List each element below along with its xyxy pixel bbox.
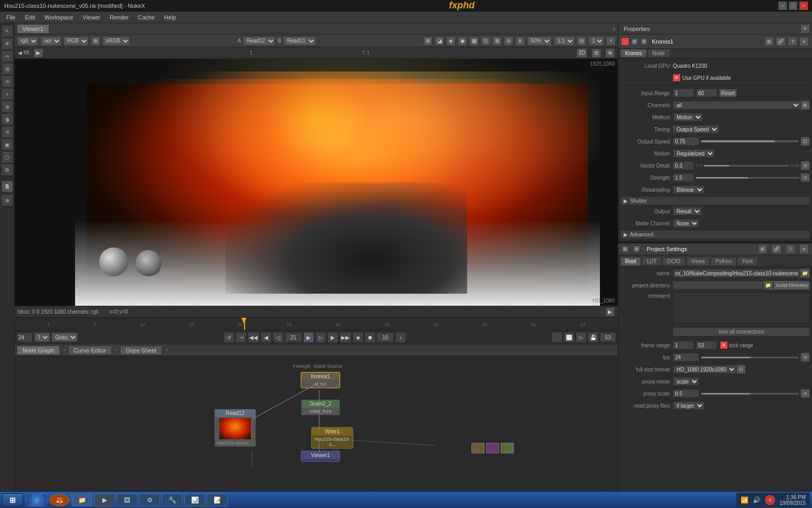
node-read12[interactable]: Read12 Hou215-class10-0... bbox=[214, 409, 256, 447]
vector-detail-input[interactable] bbox=[673, 161, 694, 170]
kronos-eye-btn[interactable]: ⊞ bbox=[631, 38, 638, 45]
output-select[interactable]: Result bbox=[673, 207, 702, 215]
tool-color[interactable]: ◑ bbox=[2, 113, 13, 125]
channel-select[interactable]: rgb bbox=[17, 36, 38, 46]
node-kronos1[interactable]: Kronos1 sl_N1 bbox=[301, 372, 340, 388]
tab-views[interactable]: Views bbox=[687, 257, 710, 266]
tl-step-back-btn[interactable]: ◀ bbox=[261, 332, 271, 343]
view-wipe-btn[interactable]: ▩ bbox=[469, 36, 479, 46]
kronos-close-btn[interactable]: × bbox=[799, 37, 809, 46]
full-size-format-select[interactable]: HD_1080 1920x1080 bbox=[673, 365, 736, 374]
fps-extra-btn[interactable]: ⊡ bbox=[800, 353, 810, 362]
tool-transform[interactable]: ⟲ bbox=[2, 76, 13, 87]
taskbar-ie[interactable]: e bbox=[26, 494, 47, 506]
tl-loop-btn[interactable]: ↺ bbox=[224, 332, 234, 343]
channels-extra-btn[interactable]: ⊞ bbox=[800, 100, 810, 110]
tool-view[interactable]: 👁 bbox=[2, 38, 13, 49]
input-b-select[interactable]: Read11 bbox=[283, 36, 316, 46]
project-name-input[interactable] bbox=[673, 269, 800, 277]
menu-workspace[interactable]: Workspace bbox=[40, 13, 78, 22]
kronos-help-btn[interactable]: ? bbox=[788, 37, 797, 46]
view-scope-btn[interactable]: ⊘ bbox=[504, 36, 513, 46]
menu-viewer[interactable]: Viewer bbox=[79, 13, 104, 22]
ps-help-btn[interactable]: ? bbox=[786, 244, 795, 254]
fps-value-input[interactable] bbox=[673, 353, 699, 361]
tl-audio-btn[interactable]: ♪ bbox=[395, 332, 406, 343]
matte-channel-select[interactable]: None bbox=[673, 219, 699, 227]
input-range-reset[interactable]: Reset bbox=[719, 89, 737, 97]
taskbar-app4[interactable]: 📊 bbox=[184, 494, 205, 506]
project-comment-textarea[interactable] bbox=[673, 292, 810, 324]
node-write1[interactable]: Write1 Hou215-class10-0... bbox=[311, 427, 353, 449]
use-gpu-checkbox[interactable]: ✕ bbox=[673, 74, 680, 81]
advanced-section-header[interactable]: ▶ Advanced bbox=[620, 231, 810, 239]
tool-merge[interactable]: ⊗ bbox=[2, 101, 13, 112]
read-proxy-select[interactable]: if larger bbox=[673, 401, 704, 410]
viewer-scroll-right[interactable]: ▶ bbox=[605, 307, 615, 317]
end-frame-display[interactable] bbox=[600, 333, 616, 342]
tool-misc[interactable]: ⚙ bbox=[2, 164, 13, 175]
tl-step-fwd-btn[interactable]: ▶ bbox=[328, 332, 338, 343]
view-extra-btn[interactable]: ⊕ bbox=[605, 48, 615, 58]
tf-select[interactable]: TF bbox=[34, 333, 50, 342]
view-gamma-btn[interactable]: ◉ bbox=[458, 36, 467, 46]
menu-edit[interactable]: Edit bbox=[21, 13, 39, 22]
view-mode-icon[interactable]: ⊞ bbox=[592, 48, 601, 58]
view-controls-icons[interactable]: ⊞ bbox=[423, 36, 433, 46]
current-frame-input[interactable] bbox=[285, 333, 302, 342]
proxy-scale-extra[interactable]: ⊡ bbox=[800, 389, 810, 398]
proxy-scale-input[interactable] bbox=[673, 389, 699, 398]
taskbar-app3[interactable]: 🔧 bbox=[162, 494, 183, 506]
frame-range-max[interactable] bbox=[696, 341, 717, 349]
minimize-button[interactable]: ─ bbox=[778, 2, 787, 10]
taskbar-media[interactable]: ▶ bbox=[94, 494, 115, 506]
format-extra-btn[interactable]: ⊡ bbox=[736, 365, 746, 374]
str-extra-btn[interactable]: ⊡ bbox=[800, 173, 810, 182]
view-pause-btn[interactable]: ⏸ bbox=[515, 36, 525, 46]
tl-play-btn[interactable]: ▶ bbox=[303, 332, 314, 343]
maximize-button[interactable]: □ bbox=[789, 2, 797, 10]
ps-link-btn[interactable]: 🔗 bbox=[772, 244, 782, 254]
tl-cache-btn[interactable]: ⬛ bbox=[552, 332, 562, 343]
input-range-min[interactable] bbox=[673, 89, 694, 97]
tl-prev-btn[interactable]: ◀◀ bbox=[248, 332, 259, 343]
tl-boundin-btn[interactable]: ⊣ bbox=[236, 332, 246, 343]
proxy-mode-select[interactable]: scale bbox=[673, 377, 699, 386]
ratio-select[interactable]: 1:1 bbox=[554, 36, 575, 46]
tab-ocio[interactable]: OCIO bbox=[662, 257, 686, 266]
tab-lut[interactable]: LUT bbox=[642, 257, 661, 266]
method-select[interactable]: Motion bbox=[673, 113, 703, 121]
kronos-link-btn[interactable]: 🔗 bbox=[776, 37, 786, 46]
tool-3d[interactable]: ⬡ bbox=[2, 151, 13, 163]
strength-input[interactable] bbox=[673, 173, 694, 182]
tool-select[interactable]: ↖ bbox=[2, 25, 13, 37]
tl-next-btn[interactable]: ▶▶ bbox=[340, 332, 351, 343]
prop-close-btn[interactable]: × bbox=[800, 24, 810, 34]
tl-cache2-btn[interactable]: ⬜ bbox=[564, 332, 574, 343]
script-dir-btn[interactable]: Script Directory bbox=[773, 281, 810, 290]
kronos-settings-btn[interactable]: ⚙ bbox=[640, 38, 648, 45]
ps-copy-btn[interactable]: ⊞ bbox=[758, 244, 767, 254]
project-dir-input[interactable] bbox=[673, 281, 763, 289]
tab-curve-editor[interactable]: Curve Editor bbox=[68, 346, 112, 355]
view-close-btn[interactable]: × bbox=[606, 36, 616, 46]
tool-crop[interactable]: ⊞ bbox=[2, 63, 13, 75]
menu-cache[interactable]: Cache bbox=[134, 13, 159, 22]
taskbar-app5[interactable]: 📝 bbox=[207, 494, 228, 506]
output-speed-extra[interactable]: ⊡ bbox=[800, 137, 810, 146]
fps-input[interactable] bbox=[17, 333, 33, 342]
output-speed-track[interactable] bbox=[701, 140, 798, 142]
tl-back1-btn[interactable]: ◁ bbox=[273, 332, 283, 343]
node-tab[interactable]: Node bbox=[648, 49, 670, 58]
view-compare-btn[interactable]: ⊠ bbox=[492, 36, 502, 46]
end-frame-input[interactable] bbox=[377, 333, 394, 342]
mini-node-1[interactable] bbox=[471, 443, 484, 453]
view-fit-btn[interactable]: ⊟ bbox=[577, 36, 586, 46]
tl-render-btn[interactable]: ▷ bbox=[576, 332, 586, 343]
tab-python[interactable]: Python bbox=[711, 257, 736, 266]
mini-node-2[interactable] bbox=[486, 443, 499, 453]
ps-toggle-btn[interactable]: ⊞ bbox=[621, 245, 629, 253]
menu-render[interactable]: Render bbox=[106, 13, 133, 22]
play-forward-btn[interactable]: ▶ bbox=[34, 48, 43, 58]
tool-keyer[interactable]: ▣ bbox=[2, 139, 13, 150]
